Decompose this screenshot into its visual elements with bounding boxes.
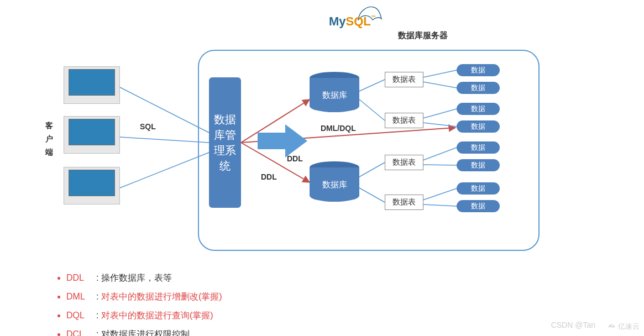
mysql-logo-tm: ™ <box>371 14 376 20</box>
legend-item: DML: 对表中的数据进行增删改(掌握) <box>66 287 442 306</box>
label-ddl: DDL <box>287 154 303 163</box>
legend-list: DDL: 操作数据库，表等 DML: 对表中的数据进行增删改(掌握) DQL: … <box>33 269 442 336</box>
client-pc-icon <box>64 66 120 98</box>
data-pill: 数据 <box>457 182 500 195</box>
legend-abbr: DML <box>66 287 96 306</box>
data-pill: 数据 <box>457 103 500 115</box>
data-pill: 数据 <box>457 82 500 94</box>
watermark-yisu: 亿速云 <box>607 322 640 332</box>
client-pc-base <box>64 97 120 104</box>
data-pill: 数据 <box>457 159 500 171</box>
table-box: 数据表 <box>385 155 423 170</box>
legend-abbr: DCL <box>66 325 96 336</box>
dbms-box: 数据库管理系统 <box>209 77 241 208</box>
big-arrow-icon <box>258 124 307 158</box>
mysql-logo-my: My <box>329 14 346 28</box>
database-cylinder: 数据库 <box>310 161 359 202</box>
label-sql: SQL <box>140 122 156 131</box>
legend-abbr: DDL <box>66 269 96 287</box>
legend-abbr: DQL <box>66 306 96 325</box>
client-label: 客户端 <box>45 119 54 159</box>
legend-desc: 对表中的数据进行增删改(掌握) <box>101 292 222 301</box>
svg-line-2 <box>120 153 209 188</box>
client-pc-icon <box>64 116 120 148</box>
svg-line-1 <box>120 137 209 143</box>
legend-desc: 对表中的数据进行查询(掌握) <box>101 311 213 320</box>
legend-item: DCL: 对数据库进行权限控制 <box>66 325 442 336</box>
legend-desc: 操作数据库，表等 <box>101 273 172 282</box>
data-pill: 数据 <box>457 64 500 76</box>
legend-item: DQL: 对表中的数据进行查询(掌握) <box>66 306 442 325</box>
data-pill: 数据 <box>457 200 500 212</box>
mysql-logo: MySQL™ <box>329 14 384 29</box>
legend-desc: 对数据库进行权限控制 <box>101 329 190 336</box>
database-cylinder: 数据库 <box>310 72 359 112</box>
legend-item: DDL: 操作数据库，表等 <box>66 269 442 287</box>
database-label: 数据库 <box>322 90 347 101</box>
data-pill: 数据 <box>457 141 500 154</box>
client-pc-icon <box>64 167 120 198</box>
svg-marker-18 <box>258 124 307 158</box>
label-dml-dql: DML/DQL <box>321 124 356 133</box>
label-ddl: DDL <box>261 172 277 181</box>
watermark-yisu-text: 亿速云 <box>618 322 640 330</box>
watermark-csdn: CSDN @Tan <box>551 321 595 329</box>
database-label: 数据库 <box>322 180 347 190</box>
client-pc-base <box>64 197 120 204</box>
table-box: 数据表 <box>385 195 423 210</box>
server-title: 数据库服务器 <box>398 30 448 41</box>
mysql-logo-sql: SQL <box>346 14 371 28</box>
svg-line-0 <box>120 87 209 133</box>
table-box: 数据表 <box>385 113 423 128</box>
client-pc-base <box>64 146 120 154</box>
table-box: 数据表 <box>385 72 423 87</box>
data-pill: 数据 <box>457 120 500 133</box>
